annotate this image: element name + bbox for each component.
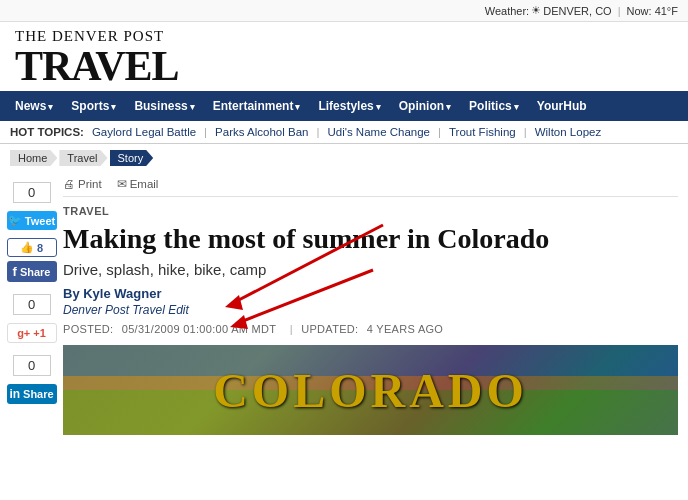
hot-topic-parks[interactable]: Parks Alcohol Ban <box>215 126 308 138</box>
nav-business-arrow: ▾ <box>190 102 195 112</box>
main-nav: News ▾ Sports ▾ Business ▾ Entertainment… <box>0 91 688 121</box>
nav-sports-arrow: ▾ <box>111 102 116 112</box>
nav-politics[interactable]: Politics ▾ <box>460 91 528 121</box>
colorado-label: COLORADO <box>213 363 528 418</box>
print-email-bar: 🖨 Print ✉ Email <box>63 177 678 197</box>
nav-yourhub[interactable]: YourHub <box>528 91 596 121</box>
linkedin-icon: in <box>9 387 20 401</box>
nav-politics-arrow: ▾ <box>514 102 519 112</box>
weather-label: Weather: <box>485 5 529 17</box>
weather-icon: ☀ <box>531 4 541 17</box>
googleplus-icon: g+ <box>17 327 30 339</box>
breadcrumb-travel[interactable]: Travel <box>59 150 107 166</box>
print-icon: 🖨 <box>63 178 75 190</box>
nav-news-arrow: ▾ <box>48 102 53 112</box>
posted-label: POSTED: <box>63 323 113 335</box>
colorado-image: COLORADO <box>63 345 678 435</box>
nav-opinion-arrow: ▾ <box>446 102 451 112</box>
email-icon: ✉ <box>117 177 127 191</box>
article-meta: POSTED: 05/31/2009 01:00:00 AM MDT | UPD… <box>63 323 678 335</box>
facebook-share-button[interactable]: f Share <box>7 261 57 282</box>
nav-business[interactable]: Business ▾ <box>125 91 203 121</box>
posted-date: 05/31/2009 01:00:00 AM MDT <box>122 323 277 335</box>
article-role: Denver Post Travel Edit <box>63 303 678 317</box>
site-header: The Denver Post TRAVEL <box>0 22 688 91</box>
weather-location: DENVER, CO <box>543 5 611 17</box>
nav-opinion[interactable]: Opinion ▾ <box>390 91 460 121</box>
content-wrap: 0 🐦 Tweet 👍 8 f Share 0 g+ +1 0 in Share… <box>0 172 688 435</box>
share-count: 0 <box>13 182 51 203</box>
article-area: 🖨 Print ✉ Email TRAVEL Making the most o… <box>58 177 688 435</box>
updated-time: 4 YEARS AGO <box>367 323 443 335</box>
nav-lifestyles[interactable]: Lifestyles ▾ <box>309 91 389 121</box>
breadcrumb-home[interactable]: Home <box>10 150 57 166</box>
site-section: TRAVEL <box>15 45 179 87</box>
social-sidebar: 0 🐦 Tweet 👍 8 f Share 0 g+ +1 0 in Share <box>0 177 58 435</box>
hot-topic-udis[interactable]: Udi's Name Change <box>327 126 430 138</box>
article-title: Making the most of summer in Colorado <box>63 223 678 255</box>
twitter-bird-icon: 🐦 <box>8 214 22 227</box>
breadcrumb: Home Travel Story <box>0 144 688 172</box>
hot-topic-gaylord[interactable]: Gaylord Legal Battle <box>92 126 196 138</box>
linkedin-count: 0 <box>13 355 51 376</box>
top-bar: Weather: ☀ DENVER, CO | Now: 41°F <box>0 0 688 22</box>
hot-topic-wilton[interactable]: Wilton Lopez <box>535 126 601 138</box>
nav-sports[interactable]: Sports ▾ <box>62 91 125 121</box>
like-count: 8 <box>37 242 43 254</box>
hot-topic-trout[interactable]: Trout Fishing <box>449 126 516 138</box>
linkedin-share-button[interactable]: in Share <box>7 384 57 404</box>
updated-label: UPDATED: <box>301 323 358 335</box>
breadcrumb-story[interactable]: Story <box>110 150 154 166</box>
now-temp: Now: 41°F <box>627 5 678 17</box>
nav-news[interactable]: News ▾ <box>6 91 62 121</box>
googleplus-button[interactable]: g+ +1 <box>7 323 57 343</box>
tweet-button[interactable]: 🐦 Tweet <box>7 211 57 230</box>
top-bar-separator: | <box>618 5 621 17</box>
like-thumb-icon: 👍 <box>20 241 34 254</box>
email-link[interactable]: ✉ Email <box>117 177 159 191</box>
article-subtitle: Drive, splash, hike, bike, camp <box>63 261 678 278</box>
nav-lifestyles-arrow: ▾ <box>376 102 381 112</box>
article-author: By Kyle Wagner <box>63 286 678 301</box>
print-link[interactable]: 🖨 Print <box>63 177 102 191</box>
article-category: TRAVEL <box>63 205 678 217</box>
hot-topics-label: HOT TOPICS: <box>10 126 84 138</box>
google-count: 0 <box>13 294 51 315</box>
nav-entertainment-arrow: ▾ <box>295 102 300 112</box>
facebook-icon: f <box>13 264 17 279</box>
nav-entertainment[interactable]: Entertainment ▾ <box>204 91 310 121</box>
hot-topics-bar: HOT TOPICS: Gaylord Legal Battle | Parks… <box>0 121 688 144</box>
